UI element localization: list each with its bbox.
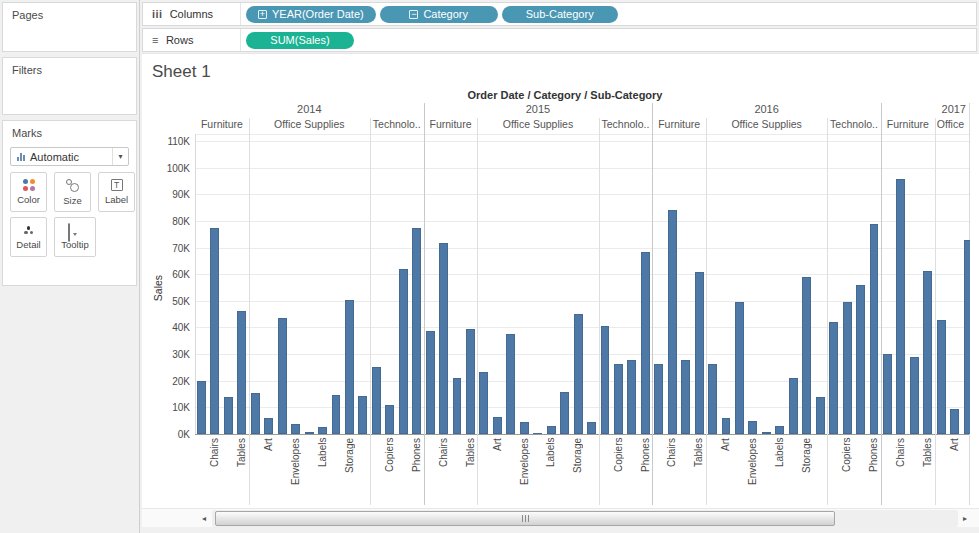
bar-2016-Accessories[interactable] — [829, 322, 838, 434]
category-header[interactable]: Technolo.. — [827, 118, 881, 130]
bar-2015-Envelopes[interactable] — [520, 422, 529, 434]
bar-2017-Furnishings[interactable] — [910, 357, 919, 434]
category-header[interactable]: Furniture — [195, 118, 249, 130]
bar-2014-Labels[interactable] — [318, 427, 327, 434]
year-header[interactable]: 2014 — [195, 103, 424, 115]
bar-2017-Appliances[interactable] — [937, 320, 946, 434]
year-header[interactable]: 2017 — [936, 103, 966, 115]
category-header[interactable]: Technolo.. — [599, 118, 653, 130]
year-header[interactable]: 2015 — [424, 103, 653, 115]
scroll-left-arrow-icon[interactable]: ◂ — [197, 511, 211, 526]
rows-shelf[interactable]: ≡ Rows SUM(Sales) — [142, 28, 977, 52]
bar-2016-Supplies[interactable] — [816, 397, 825, 434]
pages-shelf[interactable]: Pages — [2, 2, 137, 52]
expand-icon[interactable]: + — [258, 10, 267, 19]
bar-2015-Appliances[interactable] — [479, 372, 488, 434]
bar-2016-Chairs[interactable] — [668, 210, 677, 434]
bar-2015-Chairs[interactable] — [439, 243, 448, 434]
year-header[interactable]: 2016 — [652, 103, 881, 115]
scroll-right-arrow-icon[interactable]: ▸ — [958, 511, 972, 526]
mark-type-dropdown[interactable]: Automatic ▾ — [10, 147, 129, 166]
label-icon: T — [111, 179, 123, 191]
bar-2015-Furnishings[interactable] — [453, 378, 462, 434]
category-header[interactable]: Office Supplies — [249, 118, 370, 130]
tooltip-button[interactable]: Tooltip — [54, 217, 96, 257]
columns-shelf[interactable]: iii Columns + YEAR(Order Date) − Categor… — [142, 2, 977, 26]
bar-2016-Art[interactable] — [722, 418, 731, 434]
bar-2015-Art[interactable] — [493, 417, 502, 434]
bar-2015-Copiers[interactable] — [614, 364, 623, 434]
bar-2014-Storage[interactable] — [345, 300, 354, 434]
bar-2014-Supplies[interactable] — [358, 396, 367, 434]
size-button-label: Size — [63, 195, 81, 206]
collapse-icon[interactable]: − — [409, 10, 418, 19]
bar-2016-Paper[interactable] — [789, 378, 798, 434]
label-button[interactable]: T Label — [98, 172, 135, 212]
bar-2016-Furnishings[interactable] — [681, 360, 690, 434]
bar-2016-Storage[interactable] — [802, 277, 811, 434]
bar-2015-Bookcases[interactable] — [426, 331, 435, 434]
bar-2014-Chairs[interactable] — [210, 228, 219, 434]
bar-2014-Envelopes[interactable] — [291, 424, 300, 434]
bar-2016-Binders[interactable] — [735, 302, 744, 434]
bar-2014-Accessories[interactable] — [372, 367, 381, 434]
tooltip-button-label: Tooltip — [61, 239, 88, 250]
bar-2016-Bookcases[interactable] — [654, 364, 663, 434]
color-button[interactable]: Color — [10, 172, 47, 212]
bar-2015-Binders[interactable] — [506, 334, 515, 434]
category-header[interactable]: Furniture — [881, 118, 935, 130]
bar-2014-Copiers[interactable] — [385, 405, 394, 434]
bar-2015-Storage[interactable] — [574, 314, 583, 434]
bar-2015-Phones[interactable] — [641, 252, 650, 434]
bar-2014-Phones[interactable] — [412, 228, 421, 434]
bar-2014-Furnishings[interactable] — [224, 397, 233, 434]
bar-2017-Chairs[interactable] — [896, 179, 905, 434]
bar-2016-Appliances[interactable] — [708, 364, 717, 434]
category-header[interactable]: Office Supplies — [706, 118, 827, 130]
bar-2017-Binders[interactable] — [964, 240, 970, 434]
pill-year-order-date[interactable]: + YEAR(Order Date) — [246, 6, 376, 23]
bar-2015-Paper[interactable] — [560, 392, 569, 434]
category-header[interactable]: Furniture — [424, 118, 478, 130]
bar-2014-Art[interactable] — [264, 418, 273, 434]
bar-2016-Copiers[interactable] — [843, 302, 852, 434]
bar-2015-Accessories[interactable] — [601, 326, 610, 434]
category-header[interactable]: Office — [937, 118, 968, 130]
chevron-down-icon[interactable]: ▾ — [112, 148, 128, 165]
scrollbar-track[interactable] — [212, 510, 958, 527]
detail-icon — [24, 224, 33, 236]
category-header[interactable]: Office Supplies — [477, 118, 598, 130]
bar-2016-Tables[interactable] — [695, 272, 704, 434]
bar-2014-Appliances[interactable] — [251, 393, 260, 434]
detail-button[interactable]: Detail — [10, 217, 47, 257]
size-button[interactable]: Size — [54, 172, 91, 212]
bar-2016-Envelopes[interactable] — [748, 421, 757, 434]
category-header[interactable]: Technolo.. — [370, 118, 424, 130]
bar-2015-Fasteners[interactable] — [533, 433, 542, 434]
bar-2016-Fasteners[interactable] — [762, 432, 771, 434]
bar-2015-Supplies[interactable] — [587, 422, 596, 434]
bar-2015-Labels[interactable] — [547, 426, 556, 434]
bar-2016-Phones[interactable] — [870, 224, 879, 434]
filters-shelf[interactable]: Filters — [2, 57, 137, 115]
columns-shelf-label: iii Columns — [143, 3, 241, 25]
bar-2017-Tables[interactable] — [923, 271, 932, 434]
bar-2015-Tables[interactable] — [466, 329, 475, 434]
bar-2014-Fasteners[interactable] — [305, 432, 314, 434]
bar-2014-Paper[interactable] — [332, 395, 341, 434]
scrollbar-thumb[interactable] — [215, 511, 835, 526]
bar-2014-Machines[interactable] — [399, 269, 408, 434]
bar-2016-Labels[interactable] — [775, 426, 784, 434]
bar-2014-Binders[interactable] — [278, 318, 287, 434]
bar-2014-Tables[interactable] — [237, 311, 246, 434]
bar-2014-Bookcases[interactable] — [197, 381, 206, 434]
bar-2017-Art[interactable] — [950, 409, 959, 434]
bar-2016-Machines[interactable] — [856, 285, 865, 434]
pill-sub-category[interactable]: Sub-Category — [502, 6, 618, 23]
category-header[interactable]: Furniture — [652, 118, 706, 130]
pill-sum-sales[interactable]: SUM(Sales) — [246, 32, 354, 49]
rows-icon: ≡ — [152, 34, 159, 46]
bar-2017-Bookcases[interactable] — [883, 354, 892, 434]
pill-category[interactable]: − Category — [380, 6, 498, 23]
bar-2015-Machines[interactable] — [627, 360, 636, 434]
